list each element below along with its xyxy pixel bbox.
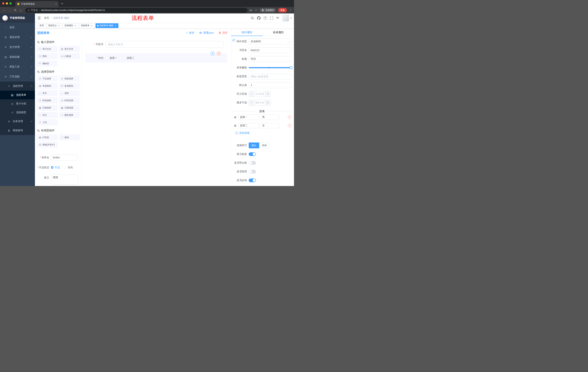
tag-process-model[interactable]: 流程模型 × <box>63 23 78 28</box>
window-zoom-button[interactable] <box>10 2 12 5</box>
remove-option-button[interactable]: − <box>288 116 291 119</box>
window-minimize-button[interactable] <box>6 2 8 5</box>
drag-handle-icon[interactable] <box>234 124 237 127</box>
palette-item-date-range[interactable]: ▩日期范围 <box>59 105 80 111</box>
palette-item-time-picker[interactable]: ◷时间选择 <box>37 97 57 103</box>
default-value-input[interactable] <box>249 82 291 88</box>
sidebar-item-infrastructure[interactable]: ▤ 基础设施 <box>0 52 35 62</box>
tag-close-icon[interactable]: × <box>114 24 117 27</box>
radio-open[interactable]: 开启 <box>51 165 60 170</box>
back-icon[interactable]: ← <box>2 9 7 12</box>
slider-handle[interactable] <box>290 66 293 69</box>
option-label-input[interactable] <box>238 115 259 120</box>
field-name-input[interactable] <box>249 47 291 53</box>
tag-close-icon[interactable]: × <box>74 24 77 27</box>
save-button[interactable]: ✓ 保存 <box>186 31 194 35</box>
canvas-field-phone[interactable]: *手机号 <box>85 40 227 49</box>
option-value-input[interactable] <box>260 115 279 120</box>
tab-close-icon[interactable]: × <box>55 2 57 5</box>
required-toggle[interactable] <box>249 179 256 182</box>
title-input[interactable] <box>249 56 291 62</box>
sidebar-item-payment[interactable]: ¥ 支付管理 <box>0 42 35 52</box>
window-close-button[interactable] <box>2 2 4 5</box>
max-select-input[interactable] <box>254 100 265 105</box>
tag-close-icon[interactable]: × <box>58 24 60 27</box>
palette-item-switch[interactable]: ◐开关 <box>37 90 57 96</box>
palette-item-upload[interactable]: ↥上传 <box>37 119 57 125</box>
incognito-badge[interactable]: 无痕模式 <box>260 8 276 12</box>
palette-item-multi-text[interactable]: ▤多行文本 <box>59 46 80 52</box>
component-type-select[interactable]: 多选框组 <box>249 39 291 44</box>
palette-item-single-text[interactable]: ▭单行文本 <box>37 46 57 52</box>
bookmark-star-icon[interactable]: ☆ <box>255 9 257 12</box>
palette-item-radio-group[interactable]: ◉单选框组 <box>37 83 57 89</box>
palette-item-cascader[interactable]: ⋔级联选择 <box>59 76 80 82</box>
remove-option-button[interactable]: − <box>288 124 291 127</box>
delete-field-button[interactable] <box>217 51 221 56</box>
drag-handle-icon[interactable] <box>234 116 237 119</box>
phone-input[interactable] <box>105 41 223 48</box>
new-tab-button[interactable]: + <box>61 2 63 6</box>
option-label-input[interactable] <box>238 123 259 128</box>
palette-item-color-picker[interactable]: ◑颜色选择 <box>59 112 80 118</box>
sidebar-item-task-management[interactable]: ⋔ 任务管理 <box>0 117 35 126</box>
sidebar-item-workflow[interactable]: ≋ 工作流程 <box>0 72 35 82</box>
style-default-button[interactable]: 默认 <box>249 142 259 148</box>
show-label-toggle[interactable] <box>249 152 256 156</box>
copy-field-button[interactable] <box>210 51 215 56</box>
browser-tab[interactable]: 芋道管理系统 × <box>15 1 59 7</box>
palette-item-slider[interactable]: ↔滑块 <box>59 90 80 96</box>
palette-item-date-picker[interactable]: ▦日期选择 <box>37 105 57 111</box>
search-icon[interactable] <box>251 16 254 20</box>
palette-item-counter[interactable]: 123计数器 <box>59 53 80 59</box>
disabled-toggle[interactable] <box>249 170 256 173</box>
tag-process-definition[interactable]: 流程定义 × <box>46 23 62 28</box>
palette-item-button[interactable]: □按钮 <box>59 135 80 140</box>
reload-icon[interactable]: ↻ <box>13 9 18 12</box>
grid-slider[interactable] <box>249 65 291 71</box>
tag-close-icon[interactable]: × <box>90 24 93 27</box>
palette-item-checkbox-group[interactable]: ☑多选框组 <box>59 83 80 89</box>
palette-item-password[interactable]: ⊡密码 <box>37 53 57 59</box>
home-icon[interactable]: ⌂ <box>18 9 23 12</box>
tag-home[interactable]: 首页 <box>38 23 45 28</box>
increase-button[interactable]: + <box>265 91 270 97</box>
form-name-input[interactable] <box>51 155 78 160</box>
link-icon[interactable] <box>232 38 235 42</box>
increase-button[interactable]: + <box>265 100 270 105</box>
sidebar-item-process-model[interactable]: ⇗ 流程模型 <box>0 108 35 117</box>
browser-menu-icon[interactable]: ⋮ <box>289 9 292 12</box>
decrease-button[interactable]: − <box>249 100 254 105</box>
canvas-field-gender-selected[interactable]: *性别 选项一 选项二 <box>85 53 227 63</box>
font-size-icon[interactable]: T T <box>276 17 279 19</box>
key-icon[interactable] <box>249 9 252 12</box>
sidebar-item-devtools[interactable]: ✎ 研发工具 <box>0 62 35 72</box>
github-icon[interactable] <box>257 16 261 20</box>
add-option-button[interactable]: + 添加选项 <box>235 131 291 135</box>
sidebar-item-home[interactable]: ◔ 首页 <box>0 22 35 32</box>
palette-item-table[interactable]: ⊞表格[开发中] <box>37 142 57 148</box>
option-value-input[interactable] <box>260 123 279 128</box>
palette-item-editor[interactable]: ✎编辑器 <box>37 61 57 66</box>
sidebar-item-system[interactable]: ⚙ 系统管理 <box>0 32 35 42</box>
radio-closed[interactable]: 关闭 <box>64 165 73 170</box>
tag-process-form-edit[interactable]: 流程表单-编辑 × <box>95 23 118 28</box>
address-bar[interactable]: ⚠ 不安全 | dashboard.yudao.iocoder.cn/bpm/m… <box>25 8 248 13</box>
sidebar-item-process-form[interactable]: ▤ 流程表单 <box>0 91 35 99</box>
view-json-button[interactable]: 查看json <box>199 31 214 35</box>
breadcrumb-home[interactable]: 首页 <box>44 16 49 20</box>
tab-form-props[interactable]: 表单属性 <box>263 29 294 36</box>
palette-item-time-range[interactable]: ◶时间范围 <box>59 97 80 103</box>
label-width-input[interactable] <box>249 74 291 79</box>
checkbox-option-1[interactable]: 选项一 <box>105 56 117 60</box>
sidebar-item-leave-query[interactable]: ♟ 请假查询 <box>0 126 35 135</box>
forward-icon[interactable]: → <box>7 9 12 12</box>
tag-process-form[interactable]: 流程表单 × <box>79 23 94 28</box>
hamburger-icon[interactable] <box>38 17 41 20</box>
min-select-input[interactable] <box>254 91 265 97</box>
tab-component-props[interactable]: 组件属性 <box>231 29 263 36</box>
border-toggle[interactable] <box>249 161 256 165</box>
help-icon[interactable]: ? <box>264 16 267 20</box>
fullscreen-icon[interactable] <box>270 16 273 20</box>
sidebar-logo[interactable]: 芋道管理系统 <box>0 13 35 22</box>
